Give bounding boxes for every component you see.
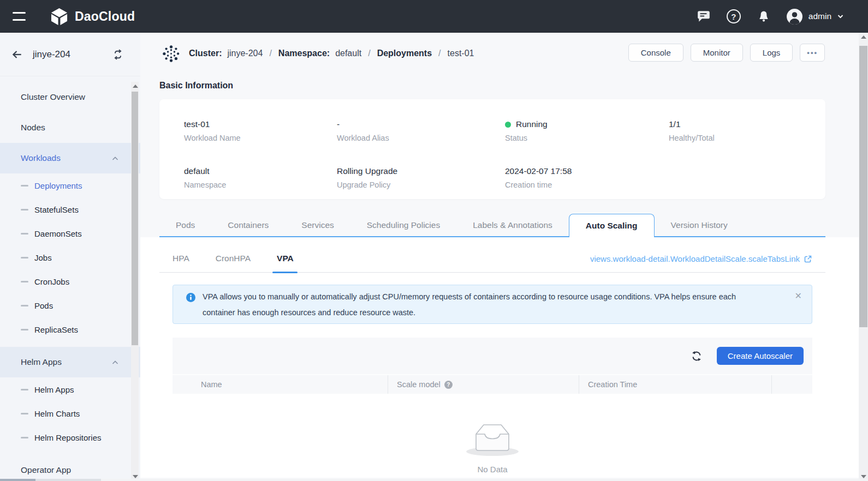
sidebar-cluster-name: jinye-204: [33, 49, 70, 60]
user-menu[interactable]: admin: [786, 8, 844, 25]
tab-version-history[interactable]: Version History: [655, 214, 744, 236]
dash-icon: [21, 305, 28, 306]
sidebar-item-statefulsets[interactable]: StatefulSets: [0, 197, 140, 221]
workload-actions: Console Monitor Logs •••: [628, 44, 825, 62]
sidebar-scrollbar-thumb[interactable]: [132, 92, 138, 345]
sidebar-item-deployments[interactable]: Deployments: [0, 173, 140, 197]
dash-icon: [21, 281, 28, 282]
sidebar-item-pods[interactable]: Pods: [0, 293, 140, 317]
basic-information-card: test-01 Workload Name - Workload Alias R…: [159, 99, 825, 199]
sidebar-item-replicasets[interactable]: ReplicaSets: [0, 317, 140, 341]
field-workload-name: test-01 Workload Name: [184, 119, 337, 152]
dash-icon: [21, 209, 28, 211]
field-value: Rolling Upgrade: [337, 166, 505, 176]
sidebar-scrollbar[interactable]: [131, 82, 139, 481]
sidebar-item-cronjobs[interactable]: CronJobs: [0, 269, 140, 293]
breadcrumb-separator: /: [269, 49, 271, 58]
banner-close-icon[interactable]: ✕: [795, 292, 802, 300]
field-value: 2024-02-07 17:58: [505, 166, 669, 176]
info-icon: [186, 293, 195, 321]
column-label: Name: [201, 380, 222, 389]
column-label: Creation Time: [588, 380, 637, 389]
create-autoscaler-button[interactable]: Create Autoscaler: [717, 347, 804, 365]
dash-icon: [21, 257, 28, 258]
vpa-info-banner: VPA allows you to manually or automatica…: [173, 285, 812, 324]
field-value: test-01: [184, 119, 337, 129]
horizontal-scrollbar[interactable]: [0, 479, 868, 481]
sidebar-item-daemonsets[interactable]: DaemonSets: [0, 221, 140, 245]
scroll-down-arrow-icon[interactable]: [861, 475, 866, 478]
empty-state: No Data: [173, 394, 812, 474]
nav-label: Helm Apps: [34, 385, 74, 394]
avatar: [786, 8, 803, 25]
sidebar-item-jobs[interactable]: Jobs: [0, 245, 140, 269]
monitor-button[interactable]: Monitor: [691, 44, 743, 62]
vpa-banner-text: VPA allows you to manually or automatica…: [203, 289, 768, 321]
sidebar-item-workloads[interactable]: Workloads: [0, 143, 140, 173]
field-label: Workload Name: [184, 134, 337, 142]
nav-label: Helm Charts: [34, 409, 80, 418]
field-value: Running: [516, 119, 548, 129]
column-header-actions: [771, 375, 812, 394]
tab-containers[interactable]: Containers: [211, 214, 285, 236]
scroll-up-arrow-icon[interactable]: [861, 35, 866, 39]
topbar: DaoCloud ?: [0, 0, 868, 33]
nav-label: Nodes: [21, 123, 45, 133]
page-header: Cluster: jinye-204 / Namespace: default …: [140, 33, 859, 74]
tab-labels-annotations[interactable]: Labels & Annotations: [456, 214, 569, 236]
scroll-down-arrow-icon[interactable]: [133, 475, 138, 478]
sidebar-item-operator-app[interactable]: Operator App: [0, 455, 140, 481]
cluster-dots-icon: [162, 45, 180, 63]
main-content: Cluster: jinye-204 / Namespace: default …: [140, 33, 859, 481]
scroll-up-arrow-icon[interactable]: [133, 85, 138, 88]
help-icon[interactable]: ?: [726, 9, 741, 24]
sidebar-item-helm-charts[interactable]: Helm Charts: [0, 401, 140, 425]
nav-label: Workloads: [21, 153, 61, 163]
console-button[interactable]: Console: [628, 44, 683, 62]
switch-cluster-icon[interactable]: [112, 49, 124, 61]
field-healthy-total: 1/1 Healthy/Total: [669, 119, 825, 152]
more-actions-button[interactable]: •••: [800, 44, 825, 62]
sidebar-item-helm-apps[interactable]: Helm Apps: [0, 377, 140, 401]
chat-icon[interactable]: [696, 9, 711, 24]
tab-services[interactable]: Services: [285, 214, 350, 236]
field-upgrade-policy: Rolling Upgrade Upgrade Policy: [337, 166, 505, 199]
sidebar-item-nodes[interactable]: Nodes: [0, 112, 140, 143]
horizontal-scrollbar-thumb[interactable]: [0, 479, 35, 481]
tab-auto-scaling[interactable]: Auto Scaling: [569, 214, 655, 237]
subtab-hpa[interactable]: HPA: [173, 245, 189, 272]
nav-label: Jobs: [34, 253, 52, 262]
dash-icon: [21, 185, 28, 187]
vertical-scrollbar-thumb[interactable]: [859, 46, 867, 327]
table-header-row: Name Scale model ? Creation Time: [173, 374, 812, 394]
field-label: Namespace: [184, 181, 337, 189]
scale-model-help-icon[interactable]: ?: [444, 381, 453, 389]
breadcrumb-separator: /: [438, 49, 441, 58]
dash-icon: [21, 389, 28, 390]
auto-scaling-panel: HPA CronHPA VPA views.workload-detail.Wo…: [140, 237, 859, 478]
tab-scheduling-policies[interactable]: Scheduling Policies: [350, 214, 456, 236]
breadcrumb-deployments-link[interactable]: Deployments: [377, 49, 432, 58]
tab-pods[interactable]: Pods: [159, 214, 211, 236]
nav-label: Pods: [34, 301, 53, 310]
column-header-creation-time: Creation Time: [579, 375, 771, 394]
no-data-inbox-icon: [466, 419, 519, 457]
sidebar-item-helm-apps-group[interactable]: Helm Apps: [0, 347, 140, 377]
scale-tabs-link-text: views.workload-detail.WorkloadDetailScal…: [590, 254, 800, 263]
scale-tabs-link[interactable]: views.workload-detail.WorkloadDetailScal…: [590, 245, 812, 273]
sidebar-item-cluster-overview[interactable]: Cluster Overview: [0, 82, 140, 112]
daocloud-logo[interactable]: DaoCloud: [50, 8, 135, 26]
chevron-down-icon: [837, 14, 844, 19]
logs-button[interactable]: Logs: [750, 44, 793, 62]
refresh-icon[interactable]: [691, 350, 703, 362]
notifications-bell-icon[interactable]: [756, 9, 771, 24]
subtab-cronhpa[interactable]: CronHPA: [216, 245, 251, 272]
dash-icon: [21, 413, 28, 414]
subtab-vpa[interactable]: VPA: [277, 245, 294, 272]
sidebar-item-helm-repositories[interactable]: Helm Repositories: [0, 425, 140, 449]
hamburger-menu-icon[interactable]: [13, 12, 27, 21]
vertical-scrollbar[interactable]: [859, 33, 868, 481]
back-arrow-icon[interactable]: [11, 49, 23, 61]
breadcrumb-cluster-value: jinye-204: [227, 49, 263, 58]
topbar-actions: ? admin: [696, 8, 844, 25]
